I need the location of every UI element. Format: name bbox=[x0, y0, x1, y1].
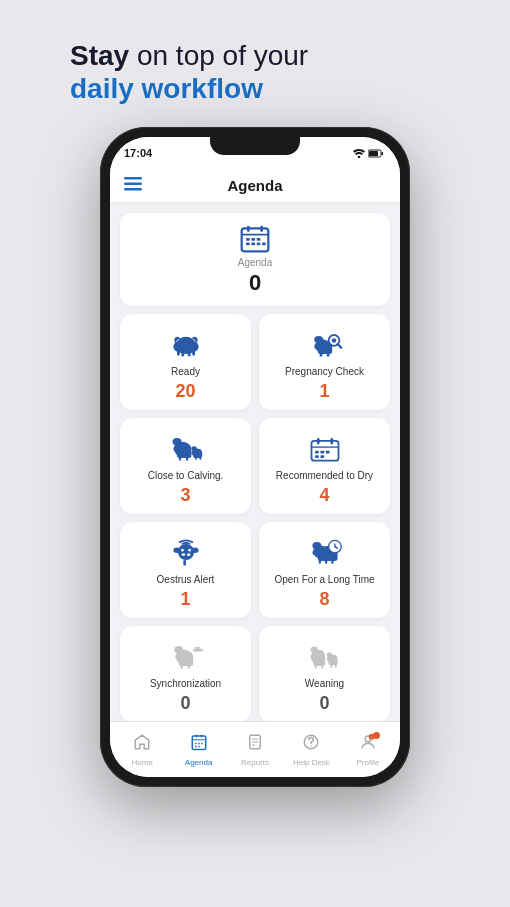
svg-line-29 bbox=[337, 344, 341, 348]
svg-point-25 bbox=[314, 336, 323, 343]
svg-point-88 bbox=[311, 745, 313, 747]
status-time: 17:04 bbox=[124, 147, 152, 159]
card-weaning-count: 0 bbox=[319, 693, 329, 714]
card-recommended-to-dry-count: 4 bbox=[319, 485, 329, 506]
card-oestrus-alert[interactable]: Oestrus Alert 1 bbox=[120, 522, 251, 618]
svg-rect-17 bbox=[262, 243, 266, 246]
nav-item-profile[interactable]: ! Profile bbox=[340, 733, 396, 767]
battery-icon bbox=[368, 149, 384, 158]
profile-icon: ! bbox=[359, 733, 377, 756]
svg-rect-24 bbox=[192, 350, 195, 355]
card-oestrus-alert-count: 1 bbox=[180, 589, 190, 610]
svg-rect-39 bbox=[316, 438, 319, 444]
cards-grid: Ready 20 bbox=[120, 314, 390, 721]
svg-rect-11 bbox=[246, 238, 250, 241]
close-to-calving-icon bbox=[168, 430, 204, 466]
svg-point-53 bbox=[188, 549, 191, 552]
svg-rect-70 bbox=[321, 663, 323, 668]
card-synchronization-count: 0 bbox=[180, 693, 190, 714]
card-synchronization[interactable]: Synchronization 0 bbox=[120, 626, 251, 721]
svg-rect-77 bbox=[200, 734, 202, 737]
nav-home-label: Home bbox=[132, 758, 153, 767]
phone-screen: 17:04 bbox=[110, 137, 400, 777]
synchronization-icon bbox=[168, 638, 204, 674]
svg-rect-10 bbox=[260, 226, 263, 232]
pregnancy-check-icon bbox=[307, 326, 343, 362]
svg-rect-21 bbox=[177, 350, 180, 355]
phone-shell: 17:04 bbox=[100, 127, 410, 787]
svg-point-47 bbox=[173, 548, 180, 553]
svg-rect-27 bbox=[326, 351, 329, 356]
bottom-nav: Home Agenda bbox=[110, 721, 400, 777]
svg-point-71 bbox=[326, 652, 331, 657]
open-for-long-time-icon bbox=[307, 534, 343, 570]
card-open-for-long-time-label: Open For a Long Time bbox=[274, 574, 374, 585]
svg-rect-13 bbox=[257, 238, 261, 241]
card-recommended-to-dry[interactable]: Recommended to Dry 4 bbox=[259, 418, 390, 514]
svg-rect-36 bbox=[199, 456, 201, 460]
app-content[interactable]: Agenda 0 bbox=[110, 203, 400, 721]
agenda-summary-card: Agenda 0 bbox=[120, 213, 390, 306]
card-open-for-long-time[interactable]: Open For a Long Time 8 bbox=[259, 522, 390, 618]
svg-rect-23 bbox=[187, 352, 190, 357]
svg-rect-44 bbox=[315, 455, 319, 458]
svg-rect-58 bbox=[331, 558, 333, 563]
card-close-to-calving-label: Close to Calving. bbox=[148, 470, 224, 481]
agenda-summary-count: 0 bbox=[249, 270, 261, 296]
nav-item-reports[interactable]: Reports bbox=[227, 733, 283, 767]
wifi-icon bbox=[353, 149, 365, 158]
svg-rect-5 bbox=[124, 182, 142, 185]
svg-text:!: ! bbox=[371, 736, 372, 740]
svg-rect-33 bbox=[186, 455, 188, 460]
svg-rect-9 bbox=[247, 226, 250, 232]
svg-point-68 bbox=[310, 647, 317, 653]
card-weaning-label: Weaning bbox=[305, 678, 344, 689]
svg-point-31 bbox=[172, 438, 181, 445]
svg-rect-64 bbox=[187, 663, 189, 668]
hero-blue-text: daily workflow bbox=[70, 73, 440, 105]
oestrus-alert-icon bbox=[168, 534, 204, 570]
svg-rect-54 bbox=[183, 560, 186, 565]
card-oestrus-alert-label: Oestrus Alert bbox=[157, 574, 215, 585]
svg-rect-79 bbox=[198, 742, 200, 744]
helpdesk-icon bbox=[302, 733, 320, 756]
hero-normal-text: on top of your bbox=[137, 40, 308, 71]
svg-point-51 bbox=[186, 553, 190, 556]
weaning-icon bbox=[307, 638, 343, 674]
card-pregnancy-check[interactable]: Pregnancy Check 1 bbox=[259, 314, 390, 410]
nav-item-helpdesk[interactable]: Help Desk bbox=[283, 733, 339, 767]
svg-rect-32 bbox=[178, 455, 180, 460]
card-recommended-to-dry-label: Recommended to Dry bbox=[276, 470, 373, 481]
nav-helpdesk-label: Help Desk bbox=[293, 758, 330, 767]
card-open-for-long-time-count: 8 bbox=[319, 589, 329, 610]
svg-rect-76 bbox=[196, 734, 198, 737]
nav-item-home[interactable]: Home bbox=[114, 733, 170, 767]
card-ready[interactable]: Ready 20 bbox=[120, 314, 251, 410]
hero-section: Stay on top of your daily workflow bbox=[70, 38, 440, 105]
svg-rect-81 bbox=[195, 745, 197, 747]
svg-rect-6 bbox=[124, 188, 142, 191]
recommended-to-dry-icon bbox=[307, 430, 343, 466]
svg-rect-78 bbox=[195, 742, 197, 744]
card-weaning[interactable]: Weaning 0 bbox=[259, 626, 390, 721]
menu-icon[interactable] bbox=[124, 177, 142, 195]
svg-rect-72 bbox=[330, 663, 332, 668]
card-ready-count: 20 bbox=[175, 381, 195, 402]
svg-rect-15 bbox=[251, 243, 255, 246]
notch bbox=[210, 137, 300, 155]
svg-point-52 bbox=[181, 549, 184, 552]
nav-reports-label: Reports bbox=[241, 758, 269, 767]
nav-agenda-label: Agenda bbox=[185, 758, 213, 767]
nav-profile-label: Profile bbox=[356, 758, 379, 767]
svg-rect-63 bbox=[180, 663, 182, 668]
card-pregnancy-check-count: 1 bbox=[319, 381, 329, 402]
card-synchronization-label: Synchronization bbox=[150, 678, 221, 689]
svg-rect-14 bbox=[246, 243, 250, 246]
nav-item-agenda[interactable]: Agenda bbox=[170, 733, 226, 767]
svg-rect-4 bbox=[124, 177, 142, 180]
svg-point-49 bbox=[184, 543, 187, 546]
svg-rect-80 bbox=[201, 742, 203, 744]
svg-rect-40 bbox=[330, 438, 333, 444]
svg-rect-42 bbox=[320, 451, 324, 454]
card-close-to-calving[interactable]: Close to Calving. 3 bbox=[120, 418, 251, 514]
